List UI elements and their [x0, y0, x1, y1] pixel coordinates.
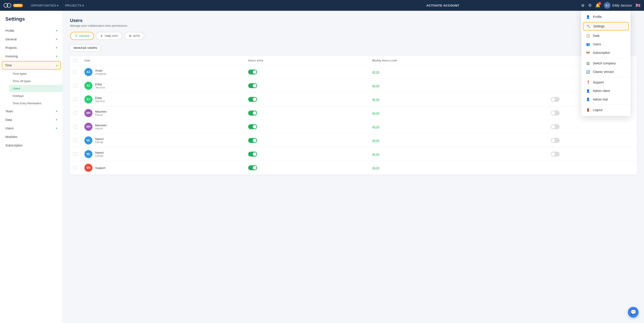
- sidebar-item-holidays[interactable]: Holidays: [9, 92, 62, 100]
- sidebar-item-time-types[interactable]: Time types: [9, 70, 62, 78]
- user-name-block: Support: [95, 166, 106, 170]
- extra-toggle[interactable]: [551, 152, 560, 156]
- user-lastname: Heuzé: [95, 113, 106, 116]
- weekly-limit-value[interactable]: 40.00: [372, 112, 380, 115]
- row-checkbox[interactable]: [74, 84, 77, 88]
- weekly-limit-value[interactable]: 40.00: [372, 70, 380, 74]
- hours-entry-toggle[interactable]: [248, 110, 257, 116]
- extra-toggle[interactable]: [551, 97, 560, 102]
- row-checkbox[interactable]: [74, 125, 77, 128]
- user-lastname: Libraty: [95, 141, 104, 144]
- weekly-limit-value[interactable]: 40.00: [372, 84, 380, 88]
- dropdown-data[interactable]: 📋 Data: [581, 32, 630, 40]
- chevron-down-icon: ▾: [56, 38, 57, 41]
- admin-client-icon: 👤: [586, 89, 590, 93]
- table-row: EJ Eddy Jaccoux 40.00: [70, 93, 637, 106]
- sidebar-item-time-off-types[interactable]: Time-off types: [9, 78, 62, 85]
- nav-projects[interactable]: PROJECTS ▾: [62, 2, 87, 9]
- sidebar-item-users-top[interactable]: Users ▾: [0, 124, 62, 132]
- user-name: Eddy Jaccoux: [612, 4, 632, 7]
- row-checkbox[interactable]: [74, 98, 77, 101]
- tab-hours[interactable]: ⏱ HOURS: [70, 32, 94, 40]
- dropdown-logout[interactable]: 🚪 Logout: [581, 106, 630, 114]
- add-icon[interactable]: ⊕: [581, 3, 584, 8]
- dropdown-admin-trial[interactable]: 👤 Admin trial: [581, 95, 630, 104]
- row-checkbox[interactable]: [74, 138, 77, 142]
- user-firstname: Support: [95, 166, 106, 170]
- hours-entry-toggle[interactable]: [248, 138, 257, 143]
- dropdown-support[interactable]: ❓ Support: [581, 78, 630, 86]
- user-firstname: Naomi: [95, 151, 104, 154]
- dropdown-subscription[interactable]: 💳 Subscription: [581, 48, 630, 57]
- sidebar-item-invoicing[interactable]: Invoicing ▾: [0, 52, 62, 60]
- user-name-block: Naomi Libraty: [95, 151, 104, 158]
- hours-entry-toggle[interactable]: [248, 97, 257, 102]
- user-name-block: Eddy Jaccoux: [95, 96, 105, 103]
- chat-button[interactable]: 💬: [628, 307, 638, 318]
- notifications-button[interactable]: 🔔 1: [595, 3, 600, 8]
- dropdown-classic-version[interactable]: 🔄 Classic version: [581, 68, 630, 76]
- logo-area[interactable]: DEMO: [4, 3, 23, 8]
- user-name-block: Maureen Heuzé: [95, 124, 106, 130]
- avatar: EJ: [604, 2, 610, 9]
- timeoff-icon: ✈: [100, 34, 103, 38]
- tabs-bar: ⏱ HOURS ✈ TIME-OFF ⚙ WTR: [70, 32, 637, 40]
- weekly-limit-value[interactable]: 40.00: [372, 166, 380, 170]
- sidebar-item-time[interactable]: Time ▴: [2, 61, 61, 70]
- row-checkbox[interactable]: [74, 152, 77, 156]
- sidebar-item-projects[interactable]: Projects ▾: [0, 44, 62, 52]
- weekly-limit-value[interactable]: 40.00: [372, 98, 380, 101]
- hours-entry-toggle[interactable]: [248, 70, 257, 74]
- user-cell: MH Maureen Heuzé: [84, 109, 241, 117]
- extra-toggle[interactable]: [551, 124, 560, 129]
- activate-account-button[interactable]: ACTIVATE ACCOUNT: [426, 4, 459, 7]
- user-cell: NL Naomi Libraty: [84, 150, 241, 158]
- sidebar-item-subscription[interactable]: Subscription: [0, 141, 62, 150]
- user-name-block: Anais Andignac: [95, 69, 106, 75]
- tab-time-off[interactable]: ✈ TIME-OFF: [96, 32, 122, 40]
- dropdown-settings[interactable]: 🔧 Settings: [583, 22, 629, 30]
- nav-opportunities[interactable]: OPPORTUNITIES ▾: [28, 2, 62, 9]
- dropdown-admin-client[interactable]: 👤 Admin client: [581, 86, 630, 95]
- hours-entry-toggle[interactable]: [248, 165, 257, 170]
- tab-wtr[interactable]: ⚙ WTR: [124, 32, 144, 40]
- manage-users-button[interactable]: MANAGE USERS: [70, 44, 101, 52]
- extra-toggle[interactable]: [551, 138, 560, 143]
- weekly-limit-value[interactable]: 40.00: [372, 139, 380, 142]
- user-menu-trigger[interactable]: EJ Eddy Jaccoux: [604, 2, 632, 9]
- select-all-checkbox[interactable]: [74, 59, 77, 62]
- chevron-down-icon: ▾: [56, 46, 57, 49]
- sidebar-item-time-entry-reminders[interactable]: Time Entry Reminders: [9, 100, 62, 107]
- hours-entry-toggle[interactable]: [248, 124, 257, 129]
- weekly-limit-value[interactable]: 40.00: [372, 125, 380, 128]
- admin-trial-icon: 👤: [586, 98, 590, 101]
- row-checkbox[interactable]: [74, 70, 77, 74]
- user-lastname: Jaccoux: [95, 86, 105, 89]
- hours-entry-toggle[interactable]: [248, 152, 257, 156]
- sidebar-item-profile[interactable]: Profile ▾: [0, 26, 62, 35]
- person-icon: 👤: [586, 15, 590, 18]
- hours-entry-toggle[interactable]: [248, 83, 257, 88]
- chevron-down-icon: ▾: [57, 4, 59, 7]
- help-icon: ❓: [586, 80, 590, 84]
- row-checkbox[interactable]: [74, 166, 77, 170]
- sidebar-item-general[interactable]: General ▾: [0, 35, 62, 44]
- settings-icon[interactable]: ⚙: [588, 3, 592, 8]
- weekly-limit-value[interactable]: 40.00: [372, 152, 380, 156]
- refresh-icon: 🔄: [586, 70, 590, 74]
- logo-icon: [4, 3, 11, 8]
- col-user: User: [81, 56, 244, 65]
- sidebar-item-team[interactable]: Team ▾: [0, 107, 62, 116]
- row-checkbox[interactable]: [74, 111, 77, 115]
- extra-toggle[interactable]: [551, 110, 560, 116]
- company-icon: 🏢: [586, 62, 590, 65]
- user-cell: SO Support: [84, 164, 241, 172]
- dropdown-users[interactable]: 👥 Users: [581, 40, 630, 48]
- dropdown-switch-company[interactable]: 🏢 Switch company: [581, 59, 630, 68]
- chevron-down-icon: ▾: [56, 55, 57, 58]
- language-flag[interactable]: 🇬🇧: [636, 3, 640, 8]
- sidebar-item-users[interactable]: Users: [9, 85, 62, 92]
- sidebar-item-modules[interactable]: Modules: [0, 132, 62, 141]
- sidebar-item-data[interactable]: Data ▾: [0, 116, 62, 124]
- dropdown-profile[interactable]: 👤 Profile: [581, 12, 630, 21]
